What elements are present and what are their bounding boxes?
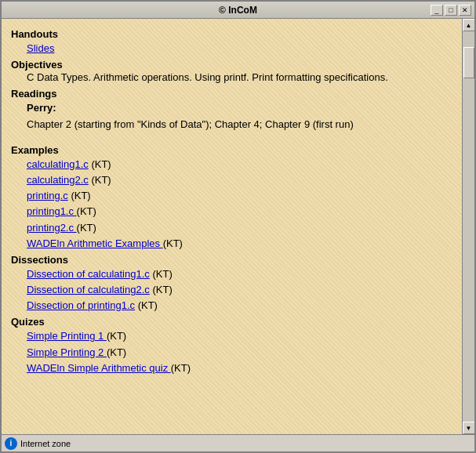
status-icon-label: i [10, 439, 13, 448]
examples-header: Examples [11, 144, 452, 156]
example-suffix-5: (KT) [163, 237, 183, 249]
example-suffix-1: (KT) [91, 174, 111, 186]
spacer-1 [11, 132, 452, 141]
status-bar: i Internet zone [2, 434, 474, 451]
quiz-suffix-0: (KT) [107, 330, 126, 342]
close-button[interactable]: ✕ [459, 5, 471, 16]
handouts-header: Handouts [11, 28, 452, 40]
example-link-1[interactable]: calculating2.c [27, 174, 89, 186]
example-suffix-3: (KT) [77, 205, 96, 217]
title-bar: © InCoM _ □ ✕ [2, 2, 474, 19]
dissection-link-1[interactable]: Dissection of calculating2.c [27, 284, 150, 295]
list-item: Simple Printing 2 (KT) [27, 346, 452, 360]
maximize-button[interactable]: □ [445, 5, 457, 16]
list-item: WADEln Arithmetic Examples (KT) [27, 237, 452, 251]
dissection-link-2[interactable]: Dissection of printing1.c [27, 299, 135, 311]
list-item: Simple Printing 1 (KT) [27, 329, 452, 343]
list-item: WADEln Simple Arithmetic quiz (KT) [27, 361, 452, 375]
scroll-up-button[interactable]: ▲ [463, 19, 475, 31]
quiz-link-0[interactable]: Simple Printing 1 [27, 330, 107, 342]
example-suffix-2: (KT) [71, 190, 90, 201]
dissection-suffix-2: (KT) [138, 299, 158, 311]
minimize-button[interactable]: _ [431, 5, 443, 16]
status-text: Internet zone [20, 439, 71, 448]
quiz-suffix-2: (KT) [171, 362, 191, 374]
list-item: printing.c (KT) [27, 189, 452, 203]
quiz-link-1[interactable]: Simple Printing 2 [27, 346, 107, 358]
scroll-thumb[interactable] [463, 47, 474, 78]
slides-link[interactable]: Slides [27, 42, 54, 54]
list-item: Dissection of calculating1.c (KT) [27, 267, 452, 281]
scroll-track[interactable] [463, 31, 475, 422]
quiz-suffix-1: (KT) [107, 346, 126, 358]
title-bar-buttons: _ □ ✕ [431, 5, 471, 16]
perry-text: Chapter 2 (starting from "Kinds of Data"… [27, 118, 452, 132]
quiz-link-2[interactable]: WADEln Simple Arithmetic quiz [27, 362, 171, 374]
example-link-5[interactable]: WADEln Arithmetic Examples [27, 237, 163, 249]
list-item: calculating2.c (KT) [27, 173, 452, 187]
list-item: Dissection of calculating2.c (KT) [27, 283, 452, 297]
dissection-link-0[interactable]: Dissection of calculating1.c [27, 268, 150, 280]
example-link-2[interactable]: printing.c [27, 190, 68, 201]
objectives-header: Objectives [11, 59, 452, 71]
dissection-suffix-1: (KT) [152, 284, 172, 295]
example-suffix-0: (KT) [91, 158, 111, 170]
dissection-suffix-0: (KT) [152, 268, 172, 280]
list-item: Dissection of printing1.c (KT) [27, 299, 452, 313]
dissections-list: Dissection of calculating1.c (KT) Dissec… [11, 267, 452, 313]
dissections-header: Dissections [11, 254, 452, 266]
readings-header: Readings [11, 88, 452, 100]
perry-bold: Perry: [27, 102, 56, 114]
list-item: printing2.c (KT) [27, 221, 452, 235]
list-item: calculating1.c (KT) [27, 158, 452, 172]
quizes-list: Simple Printing 1 (KT) Simple Printing 2… [11, 329, 452, 375]
status-icon: i [5, 437, 17, 450]
example-link-4[interactable]: printing2.c [27, 222, 77, 234]
example-link-3[interactable]: printing1.c [27, 205, 77, 217]
list-item: printing1.c (KT) [27, 205, 452, 219]
objectives-text: C Data Types. Arithmetic operations. Usi… [27, 71, 452, 85]
scroll-down-button[interactable]: ▼ [463, 422, 475, 434]
example-suffix-4: (KT) [77, 222, 96, 234]
quizes-header: Quizes [11, 316, 452, 328]
examples-list: calculating1.c (KT) calculating2.c (KT) … [11, 158, 452, 251]
slides-link-line: Slides [27, 42, 452, 56]
perry-label: Perry: [27, 101, 452, 115]
main-window: © InCoM _ □ ✕ Handouts Slides Objectives… [0, 0, 476, 453]
scrollbar: ▲ ▼ [462, 19, 474, 434]
main-content: Handouts Slides Objectives C Data Types.… [2, 19, 462, 434]
example-link-0[interactable]: calculating1.c [27, 158, 89, 170]
window-title: © InCoM [219, 5, 257, 16]
content-area: Handouts Slides Objectives C Data Types.… [2, 19, 474, 434]
